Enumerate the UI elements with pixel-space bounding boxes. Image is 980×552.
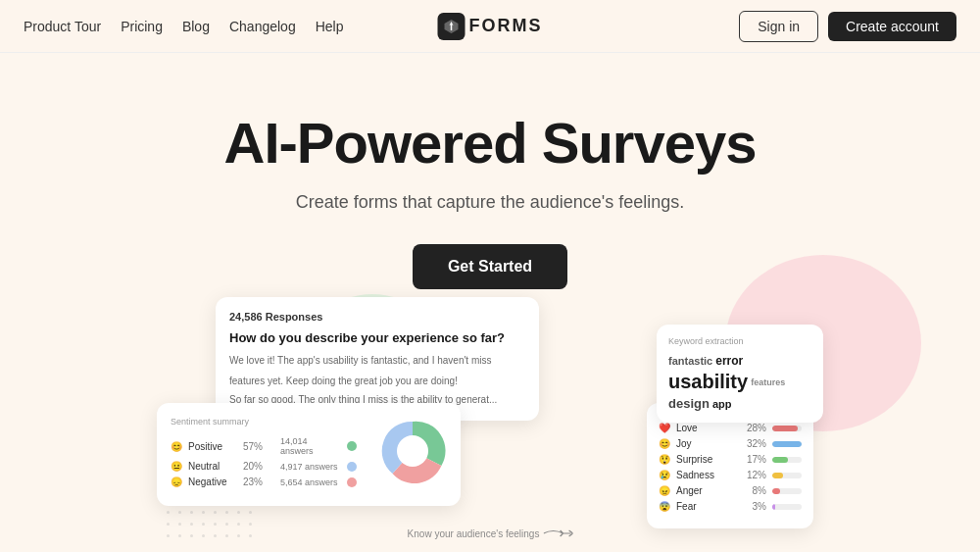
feel-row-fear: 😨 Fear 3%: [659, 501, 802, 512]
feel-row-joy: 😊 Joy 32%: [659, 438, 802, 449]
feel-label-fear: Fear: [676, 501, 737, 512]
keywords-card: Keyword extraction fantastic error usabi…: [657, 325, 823, 423]
logo-text: FORMS: [469, 16, 543, 36]
kw-fantastic: fantastic: [668, 355, 712, 367]
nav-right: Sign in Create account: [490, 11, 956, 42]
signin-button[interactable]: Sign in: [739, 11, 818, 42]
feel-label-love: Love: [676, 423, 737, 433]
keyword-cloud: fantastic error usability features desig…: [668, 354, 811, 411]
feel-bar-wrap-sadness: [772, 473, 802, 478]
feel-row-anger: 😠 Anger 8%: [659, 485, 802, 496]
feel-emoji-joy: 😊: [659, 438, 670, 449]
sentiment-pct-positive: 57%: [243, 441, 274, 452]
feel-bar-wrap-love: [772, 426, 802, 431]
logo-icon: [438, 13, 466, 40]
arrow-icon: [543, 527, 572, 540]
create-account-button[interactable]: Create account: [828, 12, 956, 41]
feel-label-sadness: Sadness: [676, 470, 737, 480]
nav-link-changelog[interactable]: Changelog: [229, 19, 296, 34]
feel-emoji-love: ❤️: [659, 423, 670, 433]
feel-bar-fear: [772, 504, 775, 510]
feel-emoji-fear: 😨: [659, 501, 670, 512]
feel-label-anger: Anger: [676, 485, 737, 496]
nav-link-blog[interactable]: Blog: [182, 19, 210, 34]
feel-label-joy: Joy: [676, 438, 737, 449]
feel-row-sadness: 😢 Sadness 12%: [659, 470, 802, 480]
sentiment-indicator-negative: [347, 477, 357, 487]
response-count: 24,586 Responses: [229, 311, 525, 323]
answer-text-1: We love it! The app's usability is fanta…: [229, 353, 525, 368]
sentiment-count-positive: 14,014 answers: [280, 436, 339, 456]
sentiment-emoji-positive: 😊: [171, 441, 182, 452]
feel-bar-sadness: [772, 473, 783, 478]
sentiment-count-negative: 5,654 answers: [280, 477, 339, 487]
feel-bar-wrap-fear: [772, 504, 802, 510]
nav-link-pricing[interactable]: Pricing: [121, 19, 163, 34]
feel-bar-love: [772, 426, 798, 431]
feel-emoji-surprise: 😲: [659, 454, 670, 465]
feel-pct-fear: 3%: [743, 501, 766, 512]
sentiment-emoji-negative: 😞: [171, 477, 182, 487]
answer-text-1-cont: features yet. Keep doing the great job y…: [229, 374, 525, 388]
hero-title: AI-Powered Surveys: [0, 112, 980, 175]
feel-pct-joy: 32%: [743, 438, 766, 449]
sentiment-name-neutral: Neutral: [188, 461, 237, 472]
navbar: Product Tour Pricing Blog Changelog Help…: [0, 0, 980, 53]
sentiment-count-neutral: 4,917 answers: [280, 462, 339, 472]
kw-features: features: [751, 377, 785, 387]
svg-point-0: [397, 435, 428, 467]
kw-usability: usability: [668, 371, 748, 393]
feel-pct-anger: 8%: [743, 485, 766, 496]
sentiment-name-negative: Negative: [188, 477, 237, 487]
feel-row-surprise: 😲 Surprise 17%: [659, 454, 802, 465]
feel-bar-wrap-anger: [772, 488, 802, 494]
feel-pct-sadness: 12%: [743, 470, 766, 480]
feel-bar-wrap-joy: [772, 441, 802, 447]
sentiment-card: Sentiment summary 😊 Positive 57% 14,014 …: [157, 403, 461, 506]
hero-section: AI-Powered Surveys Create forms that cap…: [0, 53, 980, 289]
dashboard-preview: 24,586 Responses How do you describe you…: [157, 297, 823, 552]
sentiment-indicator-positive: [347, 441, 357, 451]
sentiment-pct-negative: 23%: [243, 477, 274, 487]
sentiment-indicator-neutral: [347, 462, 357, 472]
kw-app: app: [712, 398, 732, 410]
feel-bar-wrap-surprise: [772, 457, 802, 463]
logo[interactable]: FORMS: [438, 13, 543, 40]
feel-row-love: ❤️ Love 28%: [659, 423, 802, 433]
hero-subtitle: Create forms that capture the audience's…: [0, 192, 980, 213]
nav-link-product-tour[interactable]: Product Tour: [24, 19, 101, 34]
sentiment-emoji-neutral: 😐: [171, 461, 182, 472]
sentiment-pct-neutral: 20%: [243, 461, 274, 472]
pie-chart: [378, 417, 447, 489]
feel-pct-surprise: 17%: [743, 454, 766, 465]
nav-left: Product Tour Pricing Blog Changelog Help: [24, 19, 490, 34]
know-feelings-label: Know your audience's feelings: [408, 527, 573, 540]
feel-bar-surprise: [772, 457, 788, 463]
kw-error: error: [715, 354, 743, 368]
feel-label-surprise: Surprise: [676, 454, 737, 465]
sentiment-name-positive: Positive: [188, 441, 237, 452]
feel-bar-anger: [772, 488, 780, 494]
feel-emoji-sadness: 😢: [659, 470, 670, 480]
get-started-button[interactable]: Get Started: [413, 244, 567, 289]
feel-bar-joy: [772, 441, 802, 447]
kw-design: design: [668, 396, 710, 411]
feel-pct-love: 28%: [743, 423, 766, 433]
nav-link-help[interactable]: Help: [316, 19, 344, 34]
keywords-label: Keyword extraction: [668, 336, 811, 346]
feel-emoji-anger: 😠: [659, 485, 670, 496]
survey-question: How do you describe your experience so f…: [229, 330, 525, 345]
